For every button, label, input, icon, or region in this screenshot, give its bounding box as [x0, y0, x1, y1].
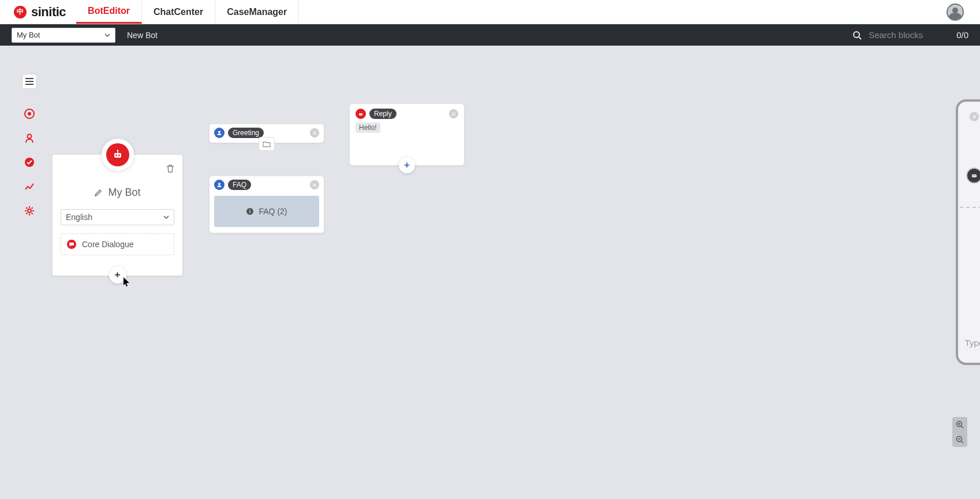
folder-icon — [263, 140, 271, 147]
new-bot-button[interactable]: New Bot — [121, 31, 163, 40]
language-value: English — [66, 213, 92, 222]
svg-rect-7 — [114, 153, 121, 158]
bot-icon — [970, 172, 978, 180]
svg-point-18 — [361, 114, 361, 114]
reply-header: Reply ✕ — [356, 109, 458, 119]
svg-point-21 — [975, 176, 976, 177]
preview-close-button[interactable]: ✕ — [970, 112, 979, 121]
brand: 中 sinitic — [0, 0, 76, 24]
faq-header: FAQ ✕ — [214, 180, 319, 190]
chevron-down-icon — [163, 214, 169, 220]
svg-point-11 — [117, 150, 118, 151]
bot-icon — [106, 143, 129, 166]
edit-icon — [94, 189, 102, 197]
close-icon: ✕ — [312, 130, 317, 136]
zoom-controls — [952, 417, 967, 447]
svg-point-13 — [218, 183, 220, 185]
faq-label: FAQ — [228, 180, 251, 190]
close-icon: ✕ — [972, 114, 977, 120]
user-icon — [214, 128, 225, 138]
reply-message: Hello! — [356, 122, 380, 133]
greeting-label: Greeting — [228, 128, 264, 138]
reply-node[interactable]: Reply ✕ Hello! + — [349, 103, 465, 166]
brand-logo-icon: 中 — [14, 6, 27, 18]
reply-add-button[interactable]: + — [399, 157, 415, 173]
svg-rect-19 — [972, 174, 977, 177]
svg-point-17 — [360, 114, 360, 114]
core-dialogue-item[interactable]: Core Dialogue — [61, 233, 174, 255]
bot-select[interactable]: My Bot — [12, 28, 115, 43]
svg-line-23 — [962, 426, 964, 429]
plus-icon: + — [115, 269, 121, 281]
top-nav: 中 sinitic BotEditor ChatCenter CaseManag… — [0, 0, 980, 24]
preview-panel: ✕ Type — [956, 99, 980, 365]
subbar-right: 0/0 — [852, 30, 968, 40]
greeting-folder-button[interactable] — [259, 137, 275, 151]
language-select[interactable]: English — [61, 209, 174, 225]
greeting-delete-button[interactable]: ✕ — [310, 128, 319, 137]
greeting-node[interactable]: Greeting ✕ — [209, 124, 324, 143]
nav-tabs: BotEditor ChatCenter CaseManager — [76, 0, 299, 24]
tab-casemanager[interactable]: CaseManager — [215, 0, 299, 24]
delete-bot-button[interactable] — [166, 164, 174, 173]
preview-divider — [960, 207, 980, 208]
bot-root-card[interactable]: My Bot English Core Dialogue + — [52, 154, 183, 276]
brand-name: sinitic — [31, 5, 66, 20]
sub-bar: My Bot New Bot 0/0 — [0, 24, 980, 46]
connectors — [0, 46, 173, 132]
preview-type-placeholder[interactable]: Type — [965, 338, 980, 348]
zoom-in-button[interactable] — [952, 417, 967, 432]
svg-line-1 — [859, 37, 861, 39]
tab-chatcenter[interactable]: ChatCenter — [142, 0, 215, 24]
info-icon: i — [246, 207, 254, 215]
zoom-out-icon — [956, 435, 964, 444]
zoom-out-button[interactable] — [952, 432, 967, 447]
bot-title-row[interactable]: My Bot — [61, 187, 174, 199]
svg-rect-16 — [359, 113, 362, 116]
bot-icon — [356, 109, 366, 119]
user-icon — [214, 180, 225, 190]
svg-text:i: i — [249, 208, 251, 214]
svg-point-9 — [118, 155, 120, 157]
chat-icon — [67, 240, 76, 249]
bot-select-value: My Bot — [17, 31, 40, 39]
faq-delete-button[interactable]: ✕ — [310, 180, 319, 189]
search-icon — [852, 31, 862, 40]
faq-body[interactable]: i FAQ (2) — [214, 196, 319, 227]
chevron-down-icon — [104, 32, 110, 38]
add-intent-button[interactable]: + — [109, 266, 126, 284]
search-counter: 0/0 — [956, 30, 968, 40]
svg-point-8 — [115, 155, 117, 157]
bot-title: My Bot — [108, 187, 140, 199]
search-input[interactable] — [869, 30, 949, 40]
svg-line-27 — [962, 441, 964, 444]
flow-canvas[interactable]: My Bot English Core Dialogue + Greeting — [0, 46, 980, 499]
svg-point-0 — [854, 32, 859, 38]
svg-point-20 — [973, 176, 974, 177]
zoom-in-icon — [956, 420, 964, 429]
faq-body-label: FAQ (2) — [259, 207, 287, 216]
plus-icon: + — [404, 159, 410, 171]
bot-avatar — [102, 139, 134, 171]
tab-boteditor[interactable]: BotEditor — [76, 0, 142, 24]
reply-delete-button[interactable]: ✕ — [449, 109, 458, 118]
user-avatar[interactable] — [947, 0, 980, 24]
core-dialogue-label: Core Dialogue — [82, 240, 134, 249]
svg-point-12 — [218, 131, 220, 133]
status-dot-icon — [959, 3, 964, 8]
preview-bot-avatar — [966, 167, 980, 184]
reply-label: Reply — [369, 109, 397, 119]
close-icon: ✕ — [451, 111, 456, 117]
trash-icon — [166, 164, 174, 173]
faq-node[interactable]: FAQ ✕ i FAQ (2) — [209, 176, 324, 233]
avatar-icon — [947, 3, 964, 21]
close-icon: ✕ — [312, 182, 317, 188]
